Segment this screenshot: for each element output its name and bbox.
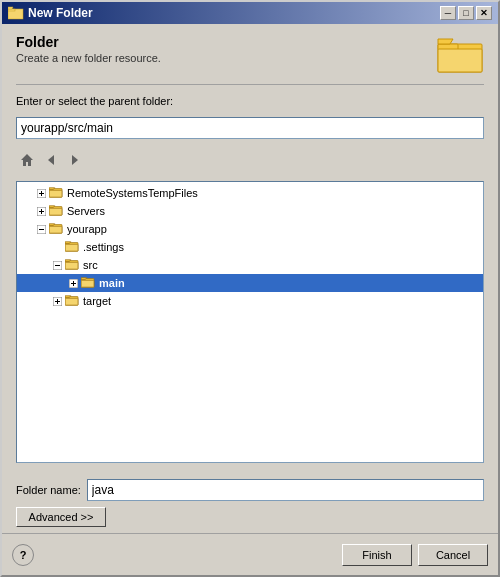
back-icon	[44, 153, 58, 167]
svg-marker-45	[65, 296, 71, 298]
svg-rect-15	[49, 190, 62, 197]
svg-rect-6	[438, 49, 482, 72]
tree-label-src: src	[83, 259, 98, 271]
parent-folder-label: Enter or select the parent folder:	[16, 95, 484, 107]
title-bar: New Folder ─ □ ✕	[2, 2, 498, 24]
tree-expander-src[interactable]	[49, 257, 65, 273]
window-title: New Folder	[28, 6, 93, 20]
folder-icon-main	[81, 276, 97, 290]
tree-expander-remote[interactable]	[33, 185, 49, 201]
bottom-section: Folder name: Advanced >>	[2, 473, 498, 533]
svg-marker-5	[438, 39, 453, 44]
svg-rect-21	[49, 208, 62, 215]
svg-marker-25	[49, 224, 55, 226]
forward-button[interactable]	[64, 149, 86, 171]
dialog-footer: ? Finish Cancel	[2, 533, 498, 575]
tree-item-remote[interactable]: RemoteSystemsTempFiles	[17, 184, 483, 202]
tree-label-main: main	[99, 277, 125, 289]
advanced-row: Advanced >>	[16, 507, 484, 527]
svg-marker-39	[81, 278, 87, 280]
tree-item-servers[interactable]: Servers	[17, 202, 483, 220]
cancel-button[interactable]: Cancel	[418, 544, 488, 566]
forward-icon	[68, 153, 82, 167]
maximize-button[interactable]: □	[458, 6, 474, 20]
svg-rect-40	[81, 280, 94, 287]
tree-expander-servers[interactable]	[33, 203, 49, 219]
svg-marker-33	[65, 260, 71, 262]
folder-name-row: Folder name:	[16, 479, 484, 501]
finish-button[interactable]: Finish	[342, 544, 412, 566]
tree-item-settings[interactable]: .settings	[17, 238, 483, 256]
svg-rect-29	[65, 244, 78, 251]
tree-expander-target[interactable]	[49, 293, 65, 309]
title-buttons: ─ □ ✕	[440, 6, 492, 20]
minimize-button[interactable]: ─	[440, 6, 456, 20]
help-button[interactable]: ?	[12, 544, 34, 566]
folder-tree[interactable]: RemoteSystemsTempFiles Servers yourapp .…	[16, 181, 484, 463]
dialog-window: New Folder ─ □ ✕ Folder Create a new fol…	[0, 0, 500, 577]
content-area: Folder Create a new folder resource. Ent…	[2, 24, 498, 473]
folder-icon-large	[436, 34, 484, 74]
folder-name-input[interactable]	[87, 479, 484, 501]
folder-icon-servers	[49, 204, 65, 218]
folder-icon-src	[65, 258, 81, 272]
svg-rect-1	[8, 9, 15, 11]
home-icon	[20, 153, 34, 167]
svg-marker-14	[49, 188, 55, 190]
folder-icon-yourapp	[49, 222, 65, 236]
svg-marker-28	[65, 242, 71, 244]
header-text: Folder Create a new folder resource.	[16, 34, 161, 64]
tree-expander-main[interactable]	[65, 275, 81, 291]
tree-expander-settings	[49, 239, 65, 255]
title-icon	[8, 5, 24, 21]
svg-rect-26	[49, 226, 62, 233]
tree-item-src[interactable]: src	[17, 256, 483, 274]
tree-item-yourapp[interactable]: yourapp	[17, 220, 483, 238]
footer-buttons: Finish Cancel	[342, 544, 488, 566]
svg-rect-46	[65, 298, 78, 305]
close-button[interactable]: ✕	[476, 6, 492, 20]
section-description: Create a new folder resource.	[16, 52, 161, 64]
section-title: Folder	[16, 34, 161, 50]
svg-marker-8	[48, 155, 54, 165]
svg-marker-7	[21, 154, 33, 166]
advanced-button[interactable]: Advanced >>	[16, 507, 106, 527]
tree-item-main[interactable]: main	[17, 274, 483, 292]
folder-icon-remote	[49, 186, 65, 200]
tree-label-settings: .settings	[83, 241, 124, 253]
folder-icon-settings	[65, 240, 81, 254]
tree-label-remote: RemoteSystemsTempFiles	[67, 187, 198, 199]
svg-marker-20	[49, 206, 55, 208]
svg-marker-2	[8, 7, 13, 9]
tree-toolbar	[16, 147, 484, 173]
tree-expander-yourapp[interactable]	[33, 221, 49, 237]
back-button[interactable]	[40, 149, 62, 171]
svg-rect-34	[65, 262, 78, 269]
parent-folder-input[interactable]	[16, 117, 484, 139]
tree-label-target: target	[83, 295, 111, 307]
tree-label-servers: Servers	[67, 205, 105, 217]
header-section: Folder Create a new folder resource.	[16, 34, 484, 74]
tree-item-target[interactable]: target	[17, 292, 483, 310]
folder-icon-target	[65, 294, 81, 308]
folder-name-label: Folder name:	[16, 484, 81, 496]
home-button[interactable]	[16, 149, 38, 171]
header-divider	[16, 84, 484, 85]
title-bar-left: New Folder	[8, 5, 93, 21]
tree-label-yourapp: yourapp	[67, 223, 107, 235]
svg-marker-9	[72, 155, 78, 165]
